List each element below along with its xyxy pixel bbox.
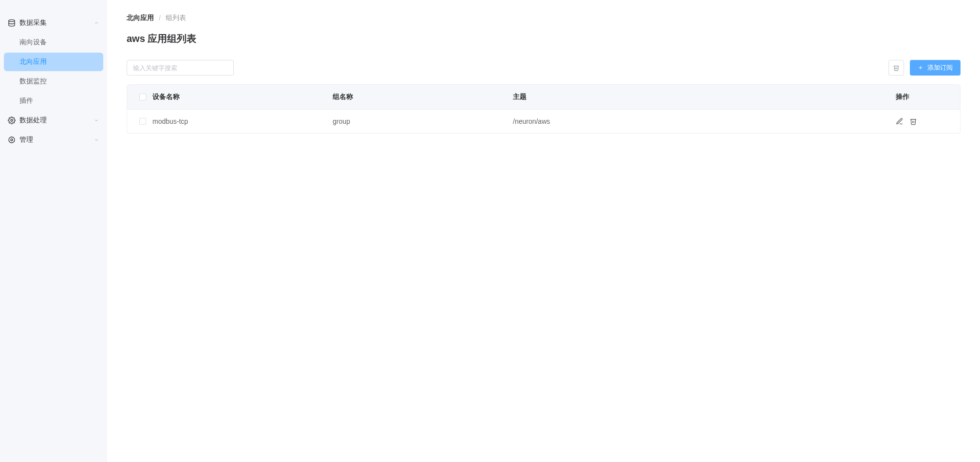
cell-topic: /neuron/aws	[513, 117, 896, 125]
header-device: 设备名称	[152, 93, 333, 101]
breadcrumb-separator: /	[159, 14, 161, 22]
trash-icon[interactable]	[909, 117, 917, 125]
main-content: 北向应用 / 组列表 aws 应用组列表	[107, 0, 980, 462]
nav-group-header-data-collection[interactable]: 数据采集	[4, 14, 103, 32]
nav-group-label: 数据采集	[19, 19, 47, 27]
nav-group-label: 管理	[19, 135, 33, 144]
chevron-down-icon	[94, 137, 99, 143]
trash-icon	[893, 64, 900, 71]
header-topic: 主题	[513, 93, 896, 101]
toolbar-right: 添加订阅	[888, 60, 961, 76]
sidebar-item-label: 南向设备	[19, 38, 47, 46]
select-all-checkbox[interactable]	[139, 94, 146, 100]
breadcrumb: 北向应用 / 组列表	[127, 14, 961, 22]
nav-group-label: 数据处理	[19, 116, 47, 125]
sidebar-item-north-apps[interactable]: 北向应用	[4, 53, 103, 71]
row-checkbox-cell	[133, 118, 152, 125]
header-ops: 操作	[896, 93, 954, 101]
add-subscription-button[interactable]: 添加订阅	[910, 60, 961, 76]
nav-group-data-collection: 数据采集 南向设备 北向应用 数据监控 插件	[4, 14, 103, 110]
chevron-down-icon	[94, 117, 99, 123]
svg-point-3	[9, 137, 15, 143]
breadcrumb-current: 组列表	[166, 14, 186, 22]
table-row: modbus-tcp group /neuron/aws	[127, 110, 960, 133]
nav-group-header-management[interactable]: 管理	[4, 131, 103, 149]
cell-group: group	[333, 117, 513, 125]
header-checkbox-cell	[133, 94, 152, 100]
database-icon	[8, 19, 16, 27]
edit-icon[interactable]	[896, 117, 904, 125]
table-header: 设备名称 组名称 主题 操作	[127, 85, 960, 110]
chevron-up-icon	[94, 20, 99, 26]
cell-device: modbus-tcp	[152, 117, 333, 125]
search-input[interactable]	[127, 60, 234, 76]
gear-icon	[8, 136, 16, 144]
nav-group-header-data-processing[interactable]: 数据处理	[4, 111, 103, 130]
toolbar: 添加订阅	[127, 60, 961, 76]
sidebar-item-data-monitor[interactable]: 数据监控	[4, 72, 103, 91]
processing-icon	[8, 116, 16, 124]
delete-bulk-button[interactable]	[888, 60, 904, 76]
svg-point-0	[9, 19, 15, 21]
plus-icon	[918, 65, 923, 71]
sidebar-item-label: 插件	[19, 96, 33, 104]
header-group: 组名称	[333, 93, 513, 101]
sidebar: 数据采集 南向设备 北向应用 数据监控 插件	[0, 0, 107, 462]
group-table: 设备名称 组名称 主题 操作 modbus-tcp group /neuron/…	[127, 84, 961, 134]
add-subscription-label: 添加订阅	[927, 63, 953, 72]
svg-point-2	[11, 139, 13, 141]
sidebar-item-label: 数据监控	[19, 77, 47, 85]
breadcrumb-parent[interactable]: 北向应用	[127, 14, 154, 22]
nav-group-management: 管理	[4, 131, 103, 149]
sidebar-item-south-devices[interactable]: 南向设备	[4, 33, 103, 52]
nav-group-data-processing: 数据处理	[4, 111, 103, 130]
cell-ops	[896, 117, 954, 125]
sidebar-item-label: 北向应用	[19, 58, 47, 65]
row-checkbox[interactable]	[139, 118, 146, 125]
page-title: aws 应用组列表	[127, 32, 961, 45]
sidebar-item-plugins[interactable]: 插件	[4, 92, 103, 110]
svg-point-1	[11, 119, 13, 121]
